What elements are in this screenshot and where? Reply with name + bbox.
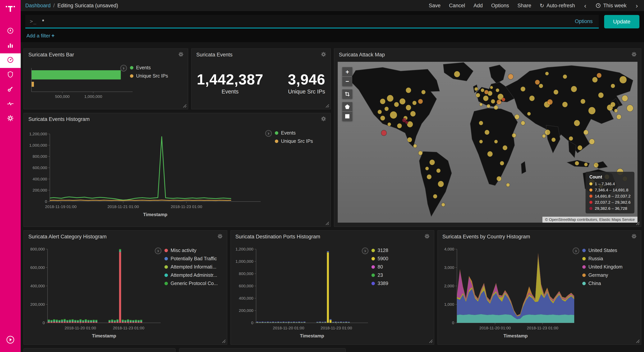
legend-color-dot	[130, 74, 134, 78]
legend-item[interactable]: 14,691.8 – 22,037.2	[590, 194, 630, 199]
gear-icon[interactable]	[630, 233, 638, 240]
share-button[interactable]: Share	[518, 3, 531, 9]
save-button[interactable]: Save	[429, 3, 441, 9]
legend-item[interactable]: Russia	[582, 256, 622, 261]
legend-item[interactable]: Events	[275, 130, 313, 136]
add-filter-link[interactable]: Add a filter+	[26, 33, 55, 39]
panel-title: Suricata Attack Map	[339, 52, 385, 58]
sidebar-item-visualize[interactable]	[0, 39, 21, 53]
legend-toggle-icon[interactable]: ›	[120, 65, 127, 71]
sidebar-play-button[interactable]	[6, 335, 15, 346]
search-input[interactable]: >_ * Options	[25, 15, 599, 28]
dashboard-grid: Suricata Events Bar 500,0001,000,000 › E…	[21, 42, 644, 352]
legend-item[interactable]: Misc activity	[164, 248, 218, 253]
resize-handle[interactable]	[325, 103, 329, 108]
map-legend-title: Count	[590, 174, 630, 180]
rectangle-select-button[interactable]	[342, 112, 352, 121]
panel-title: Suricata Events	[196, 52, 232, 58]
metric-label: Events	[197, 88, 263, 95]
sidebar-item-siem[interactable]	[0, 68, 21, 83]
resize-handle[interactable]	[635, 338, 640, 343]
resize-handle[interactable]	[428, 338, 433, 343]
events-histogram-chart[interactable]: 0200,000400,000600,000800,0001,000,0001,…	[26, 124, 272, 222]
resize-handle[interactable]	[635, 221, 640, 225]
zoom-out-button[interactable]: −	[342, 77, 352, 86]
breadcrumb-dashboard-link[interactable]: Dashboard	[25, 3, 50, 9]
legend-item[interactable]: Attempted Informati...	[164, 264, 218, 270]
legend-item[interactable]: 3389	[372, 281, 388, 286]
legend-label: United States	[588, 248, 617, 253]
gear-icon[interactable]	[320, 51, 327, 58]
sidebar-item-management[interactable]	[0, 112, 21, 126]
legend-label: 80	[378, 264, 383, 270]
destination-ports-chart[interactable]: 0200,000400,000600,000800,0001,000,0001,…	[233, 241, 375, 343]
svg-text:400,000: 400,000	[32, 177, 47, 181]
pentagon-icon	[345, 104, 350, 109]
events-by-country-chart[interactable]: 01,0002,0003,0004,0002018-11-20 01:00201…	[440, 241, 582, 343]
legend-toggle-icon[interactable]: ›	[155, 248, 162, 254]
legend-toggle-icon[interactable]: ›	[573, 248, 579, 254]
legend-item[interactable]: 3128	[372, 248, 388, 253]
gear-icon[interactable]	[320, 116, 327, 123]
time-forward-button[interactable]: ›	[635, 2, 639, 9]
zoom-in-button[interactable]: +	[342, 67, 352, 76]
svg-text:0: 0	[45, 199, 47, 204]
svg-text:1,000,000: 1,000,000	[84, 94, 102, 99]
legend-item[interactable]: Potentially Bad Traffic	[164, 256, 218, 261]
legend-item[interactable]: United States	[582, 248, 622, 253]
query-options-link[interactable]: Options	[573, 19, 594, 24]
legend-item[interactable]: Events	[130, 65, 168, 70]
sidebar-item-monitoring[interactable]	[0, 97, 21, 112]
alert-category-chart[interactable]: 0200,000400,000600,000800,0002018-11-20 …	[26, 241, 168, 343]
polygon-select-button[interactable]	[342, 102, 352, 111]
svg-text:0: 0	[452, 320, 454, 325]
legend-item[interactable]: China	[582, 281, 622, 286]
crop-tool-button[interactable]	[342, 89, 352, 99]
time-range-button[interactable]: This week	[596, 3, 626, 9]
legend-item[interactable]: 29,382.6 – 36,728	[590, 206, 630, 211]
svg-text:400,000: 400,000	[239, 296, 254, 300]
sidebar-item-devtools[interactable]	[0, 83, 21, 97]
svg-text:2018-11-23 01:00: 2018-11-23 01:00	[113, 326, 144, 330]
panel-suricata-events: Suricata Events 1,442,387 Events 3,946 U…	[191, 48, 331, 109]
legend-item[interactable]: Germany	[582, 272, 622, 278]
resize-handle[interactable]	[182, 103, 187, 108]
cancel-button[interactable]: Cancel	[449, 3, 465, 9]
legend-item[interactable]: 23	[372, 272, 388, 278]
resize-handle[interactable]	[325, 221, 329, 225]
gear-icon[interactable]	[178, 51, 184, 58]
legend-color-dot	[164, 249, 168, 252]
auto-refresh-button[interactable]: ↻ Auto-refresh	[540, 3, 575, 9]
add-button[interactable]: Add	[474, 3, 483, 9]
legend-item[interactable]: 80	[372, 264, 388, 270]
refresh-icon: ↻	[540, 3, 544, 9]
resize-handle[interactable]	[221, 338, 226, 343]
sidebar-item-dashboard[interactable]	[0, 53, 21, 68]
metric-value: 3,946	[288, 71, 325, 88]
legend-item[interactable]: Unique Src IPs	[130, 73, 168, 79]
legend-item[interactable]: Unique Src IPs	[275, 138, 313, 144]
legend-color-dot	[582, 282, 586, 285]
sidebar-item-discover[interactable]	[0, 24, 21, 39]
legend-item[interactable]: Attempted Administr...	[164, 272, 218, 278]
legend-toggle-icon[interactable]: ›	[265, 130, 272, 137]
legend-label: 3389	[378, 281, 388, 286]
gear-icon[interactable]	[424, 233, 430, 240]
update-button[interactable]: Update	[604, 15, 640, 28]
time-back-button[interactable]: ‹	[584, 2, 587, 9]
legend-item[interactable]: 5900	[372, 256, 388, 261]
gear-icon[interactable]	[630, 51, 638, 58]
legend-item[interactable]: 1 – 7,346.4	[590, 182, 630, 186]
attack-map[interactable]: + − C	[338, 62, 638, 223]
options-button[interactable]: Options	[491, 3, 509, 9]
crop-icon	[345, 92, 350, 97]
panel-title: Suricata Alert Category Histogram	[28, 234, 106, 240]
legend-item[interactable]: 7,346.4 – 14,691.8	[590, 188, 630, 192]
legend-item[interactable]: 22,037.2 – 29,382.6	[590, 200, 630, 205]
legend-toggle-icon[interactable]: ›	[362, 248, 368, 254]
legend-item[interactable]: United Kingdom	[582, 264, 622, 270]
legend-item[interactable]: Generic Protocol Co...	[164, 281, 218, 286]
gear-icon[interactable]	[216, 233, 224, 240]
legend-label: Attempted Administr...	[170, 272, 217, 278]
legend-label: United Kingdom	[588, 264, 622, 270]
